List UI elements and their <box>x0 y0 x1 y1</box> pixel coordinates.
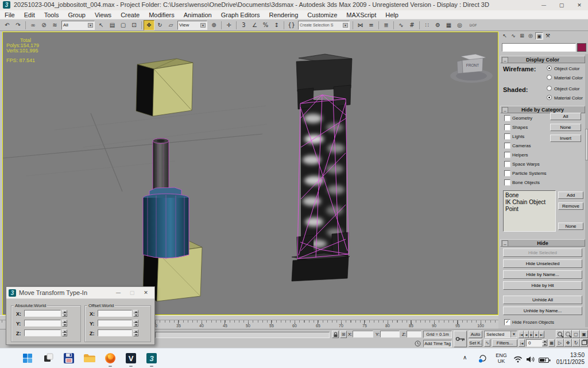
tray-chevron-icon[interactable]: ∧ <box>463 354 467 361</box>
select-and-manipulate-icon[interactable]: ✛ <box>223 20 234 30</box>
hide-by-name-button[interactable]: Hide by Name... <box>503 270 582 279</box>
hide-by-hit-button[interactable]: Hide by Hit <box>503 281 582 290</box>
invert-button[interactable]: Invert <box>550 135 581 142</box>
redo-icon[interactable]: ↷ <box>13 20 24 30</box>
angle-snap-icon[interactable]: ∠ <box>249 20 260 30</box>
mirror-icon[interactable]: ⋈ <box>355 20 366 30</box>
dialog-minimize-icon[interactable]: — <box>112 287 125 299</box>
select-and-scale-icon[interactable]: ▱ <box>165 20 176 30</box>
start-button[interactable] <box>21 351 34 365</box>
reference-coordinate-dropdown[interactable]: View▼ <box>177 21 207 30</box>
taskbar-app-save-tool[interactable] <box>62 351 76 365</box>
go-to-end-icon[interactable]: ▶| <box>539 331 544 338</box>
off-y-spinner[interactable] <box>133 320 138 327</box>
off-z-field[interactable] <box>98 329 132 336</box>
filters-button[interactable]: Filters... <box>492 339 517 347</box>
zoom-icon[interactable] <box>556 330 564 338</box>
zoom-extents-icon[interactable]: ▢ <box>572 330 580 338</box>
current-frame-field[interactable]: 0 <box>526 339 542 347</box>
sync-update-icon[interactable] <box>478 354 488 365</box>
abs-z-spinner[interactable] <box>62 329 67 336</box>
checkbox-shapes[interactable] <box>504 124 510 131</box>
box-object-top[interactable] <box>136 59 193 116</box>
menu-maxscript[interactable]: MAXScript <box>342 12 381 18</box>
bind-to-spacewarp-icon[interactable]: ≋ <box>49 20 60 30</box>
dropdown-arrow-icon[interactable]: ▼ <box>510 331 517 338</box>
menu-rendering[interactable]: Rendering <box>265 12 303 18</box>
selection-region-icon[interactable]: ▢ <box>118 20 129 30</box>
play-animation-icon[interactable]: ▶ <box>529 331 534 338</box>
spinner-snap-icon[interactable]: ↕ <box>271 20 282 30</box>
frame-spinner[interactable] <box>542 339 547 346</box>
coord-z-field[interactable] <box>407 331 421 338</box>
zoom-all-icon[interactable] <box>564 330 572 338</box>
rollout-display-color[interactable]: _ Display Color <box>500 56 585 63</box>
named-selection-dropdown[interactable]: Create Selection S▼ <box>298 21 350 30</box>
select-and-rotate-icon[interactable]: ↻ <box>154 20 165 30</box>
tab-create-icon[interactable]: ↖ <box>501 32 509 40</box>
tab-modify-icon[interactable]: ∿ <box>509 32 517 40</box>
list-item[interactable]: IK Chain Object <box>505 199 554 206</box>
clock[interactable]: 13:50 01/11/2025 <box>548 352 585 366</box>
rendered-frame-icon[interactable]: ▦ <box>443 20 454 30</box>
default-tangent-icon[interactable]: ∿ <box>484 339 490 347</box>
rollout-hide[interactable]: _ Hide <box>500 239 585 247</box>
off-y-field[interactable] <box>98 320 132 327</box>
radio-shaded-material-color[interactable] <box>547 95 552 100</box>
abs-y-field[interactable] <box>24 320 61 327</box>
menu-modifiers[interactable]: Modifiers <box>144 12 179 18</box>
viewcube-front-label[interactable]: FRONT <box>466 63 479 67</box>
rollout-collapse-icon[interactable]: _ <box>502 57 508 63</box>
list-item[interactable]: Point <box>505 206 554 213</box>
undo-icon[interactable]: ↶ <box>2 20 13 30</box>
menu-views[interactable]: Views <box>90 12 116 18</box>
selection-lock-icon[interactable] <box>332 331 339 338</box>
set-key-mode-button[interactable]: Set K. <box>469 339 482 347</box>
wifi-icon[interactable] <box>513 355 523 365</box>
field-of-view-icon[interactable]: ▷ <box>556 339 564 347</box>
menu-tools[interactable]: Tools <box>40 12 64 18</box>
select-and-move-icon[interactable]: ✥ <box>144 20 154 30</box>
hide-selected-button[interactable]: Hide Selected <box>503 248 582 257</box>
checkbox-bone-objects[interactable] <box>504 179 510 186</box>
none-button[interactable]: None <box>550 124 581 131</box>
tab-display-icon[interactable]: ▣ <box>535 32 543 40</box>
menu-graph-editors[interactable]: Graph Editors <box>216 12 265 18</box>
checkbox-geometry[interactable] <box>504 115 510 121</box>
panel-scrollbar-thumb[interactable] <box>585 129 588 160</box>
select-object-icon[interactable]: ↖ <box>96 20 107 30</box>
piston-object-selected[interactable] <box>143 139 189 260</box>
auto-key-button[interactable]: Auto <box>469 331 482 338</box>
checkbox-space-warps[interactable] <box>504 161 510 167</box>
unhide-by-name-button[interactable]: Unhide by Name... <box>503 306 582 315</box>
abs-x-spinner[interactable] <box>62 310 67 317</box>
language-indicator[interactable]: ENGUK <box>494 352 509 364</box>
abs-x-field[interactable] <box>24 310 61 317</box>
radio-wireframe-object-color[interactable] <box>547 66 552 71</box>
select-by-name-icon[interactable]: ▤ <box>107 20 118 30</box>
arc-rotate-icon[interactable]: ↻ <box>572 339 580 347</box>
absolute-offset-toggle-icon[interactable]: ⊞ <box>340 331 347 338</box>
dialog-title-bar[interactable]: 3 Move Transform Type-In — ▢ ✕ <box>6 287 154 299</box>
menu-help[interactable]: Help <box>381 12 403 18</box>
key-filter-dropdown[interactable]: Selected ▼ <box>484 331 517 338</box>
align-icon[interactable]: ≡ <box>366 20 377 30</box>
selection-filter-dropdown[interactable]: All▼ <box>61 21 95 30</box>
tab-utilities-icon[interactable]: ⚒ <box>544 32 552 40</box>
quick-render-icon[interactable]: ◎ <box>454 20 465 30</box>
remove-button[interactable]: Remove <box>558 202 583 210</box>
menu-animation[interactable]: Animation <box>179 12 216 18</box>
speaker-icon[interactable] <box>526 355 535 365</box>
tab-hierarchy-icon[interactable]: ⊞ <box>518 32 526 40</box>
go-to-start-icon[interactable]: |◀ <box>519 331 524 338</box>
menu-create[interactable]: Create <box>116 12 144 18</box>
maximize-button[interactable]: ▢ <box>553 0 570 10</box>
menu-group[interactable]: Group <box>63 12 90 18</box>
tower-object[interactable] <box>292 54 352 281</box>
pan-view-icon[interactable]: ✥ <box>564 339 572 347</box>
set-key-icon[interactable] <box>454 331 467 347</box>
viewcube[interactable]: FRONT <box>450 54 493 83</box>
all-button[interactable]: All <box>550 113 581 120</box>
coord-x-field[interactable] <box>353 331 373 338</box>
rollout-collapse-icon[interactable]: _ <box>502 240 508 247</box>
